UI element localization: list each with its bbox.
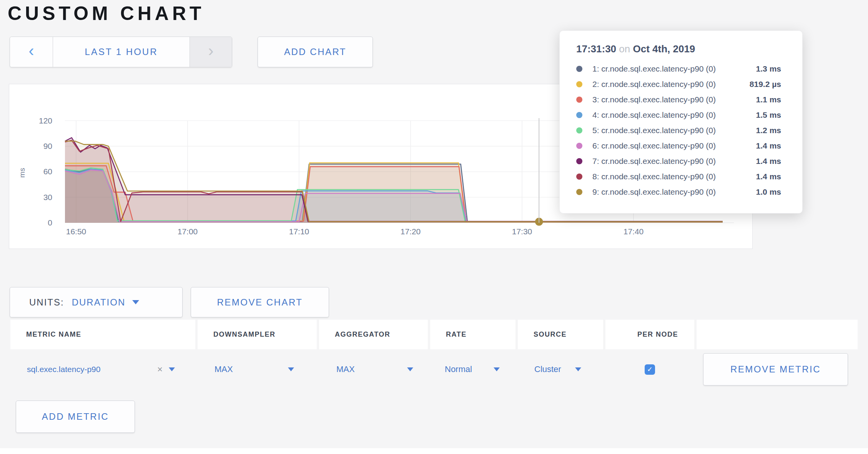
y-tick-label: 0 [48, 218, 52, 227]
series-label: 3: cr.node.sql.exec.latency-p90 (0) [592, 95, 756, 104]
x-tick-label: 17:10 [289, 227, 309, 236]
add-chart-button[interactable]: ADD CHART [258, 37, 373, 67]
rate-select[interactable]: Normal [445, 364, 472, 374]
series-color-dot-icon [576, 127, 582, 134]
downsampler-caret-icon[interactable] [288, 367, 294, 371]
downsampler-cell: MAX [198, 349, 317, 389]
time-window-label[interactable]: LAST 1 HOUR [53, 37, 190, 67]
x-tick-label: 17:20 [401, 227, 421, 236]
chevron-down-icon [132, 300, 139, 304]
series-label: 6: cr.node.sql.exec.latency-p90 (0) [592, 141, 756, 150]
header-per-node: PER NODE [605, 320, 694, 349]
series-value: 1.2 ms [756, 126, 781, 135]
series-label: 7: cr.node.sql.exec.latency-p90 (0) [592, 157, 756, 166]
source-select[interactable]: Cluster [534, 364, 561, 374]
clear-metric-icon[interactable]: × [157, 364, 163, 375]
x-tick-label: 17:40 [624, 227, 644, 236]
y-tick-label: 90 [43, 142, 52, 150]
series-value: 1.5 ms [756, 110, 781, 120]
tooltip-series-row: 9: cr.node.sql.exec.latency-p90 (0)1.0 m… [576, 184, 781, 200]
remove-metric-button[interactable]: REMOVE METRIC [703, 353, 848, 386]
tooltip-series-row: 7: cr.node.sql.exec.latency-p90 (0)1.4 m… [576, 154, 781, 169]
series-value: 1.3 ms [756, 64, 781, 73]
tooltip-series-row: 2: cr.node.sql.exec.latency-p90 (0)819.2… [576, 77, 781, 92]
y-tick-label: 120 [39, 116, 52, 125]
aggregator-caret-icon[interactable] [407, 367, 413, 371]
series-color-dot-icon [576, 189, 582, 195]
downsampler-select[interactable]: MAX [215, 364, 233, 374]
chevron-left-icon: ‹ [29, 43, 34, 61]
header-downsampler: DOWNSAMPLER [198, 320, 317, 349]
series-value: 1.4 ms [756, 157, 781, 166]
per-node-cell: ✓ [605, 349, 694, 389]
series-color-dot-icon [576, 158, 582, 164]
units-label: UNITS: [29, 297, 64, 308]
tooltip-series-row: 8: cr.node.sql.exec.latency-p90 (0)1.4 m… [576, 169, 781, 184]
source-caret-icon[interactable] [575, 367, 581, 371]
chevron-right-icon: › [208, 43, 214, 61]
metrics-table-header: METRIC NAME DOWNSAMPLER AGGREGATOR RATE … [10, 320, 858, 349]
remove-chart-button[interactable]: REMOVE CHART [191, 287, 329, 317]
series-label: 5: cr.node.sql.exec.latency-p90 (0) [592, 126, 756, 135]
series-label: 1: cr.node.sql.exec.latency-p90 (0) [592, 64, 756, 73]
actions-cell: REMOVE METRIC [697, 349, 858, 389]
tooltip-time: 17:31:30 [576, 43, 616, 55]
header-source: SOURCE [518, 320, 603, 349]
chart-hover-tooltip: 17:31:30 on Oct 4th, 2019 1: cr.node.sql… [559, 30, 803, 214]
series-label: 8: cr.node.sql.exec.latency-p90 (0) [592, 172, 756, 181]
aggregator-select[interactable]: MAX [336, 364, 355, 374]
series-label: 9: cr.node.sql.exec.latency-p90 (0) [592, 187, 756, 197]
header-metric-name: METRIC NAME [10, 320, 195, 349]
page-title: CUSTOM CHART [8, 2, 205, 25]
tooltip-header: 17:31:30 on Oct 4th, 2019 [576, 43, 781, 55]
series-color-dot-icon [576, 66, 582, 72]
metric-table-row: sql.exec.latency-p90 × MAX MAX Normal Cl… [10, 349, 858, 389]
series-color-dot-icon [576, 97, 582, 103]
series-color-dot-icon [576, 143, 582, 149]
series-label: 2: cr.node.sql.exec.latency-p90 (0) [592, 80, 750, 89]
series-value: 1.1 ms [756, 95, 781, 104]
bottom-strip [0, 448, 868, 454]
x-tick-label: 17:00 [178, 227, 198, 236]
metric-dropdown-caret-icon[interactable] [169, 367, 175, 371]
aggregator-cell: MAX [319, 349, 428, 389]
check-icon: ✓ [647, 365, 653, 374]
units-value: DURATION [72, 297, 126, 308]
series-value: 1.0 ms [756, 187, 781, 197]
y-axis-unit-label: ms [18, 168, 26, 177]
tooltip-rows: 1: cr.node.sql.exec.latency-p90 (0)1.3 m… [576, 61, 781, 200]
header-actions [697, 320, 858, 349]
tooltip-series-row: 3: cr.node.sql.exec.latency-p90 (0)1.1 m… [576, 92, 781, 107]
series-color-dot-icon [576, 112, 582, 118]
custom-chart-page: CUSTOM CHART ‹ LAST 1 HOUR › ADD CHART 0… [0, 0, 868, 454]
source-cell: Cluster [518, 349, 603, 389]
time-window-prev-button[interactable]: ‹ [10, 37, 53, 67]
metric-name-value[interactable]: sql.exec.latency-p90 [27, 365, 100, 374]
tooltip-series-row: 4: cr.node.sql.exec.latency-p90 (0)1.5 m… [576, 107, 781, 123]
series-value: 1.4 ms [756, 172, 781, 181]
y-tick-label: 30 [43, 193, 52, 202]
time-window-next-button[interactable]: › [190, 37, 232, 67]
series-color-dot-icon [576, 174, 582, 180]
tooltip-date: Oct 4th, 2019 [633, 43, 695, 55]
series-value: 819.2 µs [750, 80, 781, 89]
metric-name-cell: sql.exec.latency-p90 × [10, 349, 195, 389]
series-color-dot-icon [576, 81, 582, 87]
add-metric-button[interactable]: ADD METRIC [16, 401, 135, 433]
rate-caret-icon[interactable] [494, 367, 500, 371]
header-rate: RATE [430, 320, 515, 349]
units-dropdown[interactable]: UNITS: DURATION [10, 287, 183, 317]
per-node-checkbox[interactable]: ✓ [645, 364, 655, 375]
tooltip-series-row: 1: cr.node.sql.exec.latency-p90 (0)1.3 m… [576, 61, 781, 77]
tooltip-conjunction: on [619, 43, 630, 55]
tooltip-series-row: 6: cr.node.sql.exec.latency-p90 (0)1.4 m… [576, 138, 781, 154]
series-label: 4: cr.node.sql.exec.latency-p90 (0) [592, 110, 756, 120]
y-tick-label: 60 [43, 167, 52, 176]
time-window-selector: ‹ LAST 1 HOUR › [10, 37, 232, 67]
header-aggregator: AGGREGATOR [319, 320, 428, 349]
rate-cell: Normal [430, 349, 515, 389]
series-value: 1.4 ms [756, 141, 781, 150]
tooltip-series-row: 5: cr.node.sql.exec.latency-p90 (0)1.2 m… [576, 123, 781, 138]
x-tick-label: 17:30 [512, 227, 532, 236]
x-tick-label: 16:50 [66, 227, 86, 236]
